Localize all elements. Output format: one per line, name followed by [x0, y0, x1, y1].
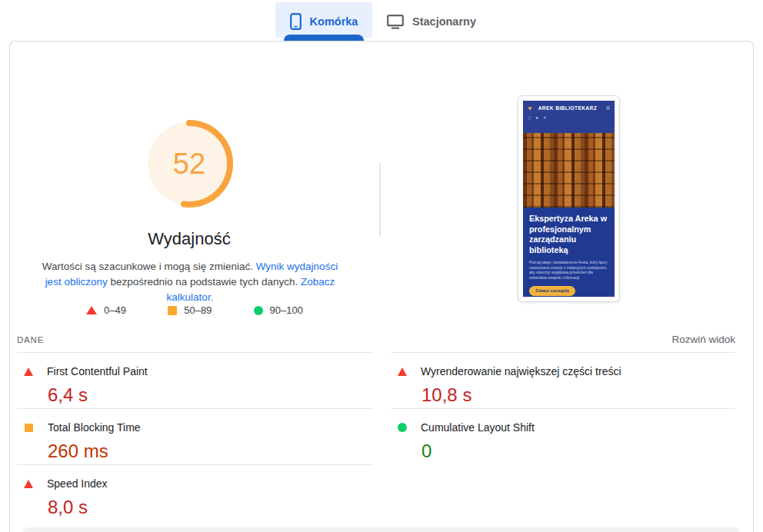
divider: [17, 408, 373, 409]
next-section-strip: [23, 527, 740, 532]
site-name: AREK BIBLIOTEKARZ: [538, 105, 597, 111]
screenshot-phone-viewport: ➤ AREK BIBLIOTEKARZ ≡ ◻ ● ✕ Ekspertyza A…: [523, 101, 615, 297]
pagespeed-report: { "tabs": { "mobile": { "label": "Komórk…: [0, 0, 763, 532]
final-screenshot-thumbnail: ➤ AREK BIBLIOTEKARZ ≡ ◻ ● ✕ Ekspertyza A…: [518, 95, 620, 302]
metric-value: 0: [421, 441, 535, 462]
mobile-phone-icon: [290, 13, 302, 30]
fail-triangle-icon: [86, 306, 97, 314]
metric-value: 260 ms: [48, 441, 141, 462]
vertical-divider: [379, 163, 381, 236]
tab-mobile-label: Komórka: [310, 15, 358, 28]
site-logo-bird-icon: ➤: [526, 104, 534, 111]
divider: [391, 408, 735, 409]
screenshot-site-header: ➤ AREK BIBLIOTEKARZ ≡ ◻ ● ✕: [523, 101, 615, 133]
metric-value: 8,0 s: [48, 497, 108, 518]
fail-triangle-icon: [24, 367, 33, 376]
metric-first-contentful-paint: First Contentful Paint 6,4 s: [24, 365, 148, 406]
fail-triangle-icon: [398, 367, 407, 376]
metric-name: Speed Index: [47, 477, 108, 490]
tab-mobile[interactable]: Komórka: [275, 2, 372, 41]
metric-name: Total Blocking Time: [48, 421, 141, 434]
pass-circle-icon: [398, 423, 407, 432]
screenshot-hero-section: Ekspertyza Areka w profesjonalnym zarząd…: [523, 208, 615, 297]
legend-fail-range: 0–49: [104, 304, 126, 316]
hero-heading: Ekspertyza Areka w profesjonalnym zarząd…: [529, 214, 608, 255]
divider: [391, 352, 735, 353]
expand-view-link[interactable]: Rozwiń widok: [671, 334, 735, 345]
metric-value: 10,8 s: [421, 384, 621, 406]
performance-gauge: 52: [144, 118, 235, 209]
performance-title: Wydajność: [74, 229, 305, 249]
hero-paragraph: Poznaj pasję i doświadczenie Areka, któr…: [529, 261, 608, 281]
metric-name: Wyrenderowanie największej części treści: [421, 365, 621, 377]
average-square-icon: [168, 306, 177, 315]
metric-value: 6,4 s: [48, 384, 148, 406]
legend-pass-range: 90–100: [270, 304, 303, 316]
tab-mobile-active-indicator: [284, 35, 364, 41]
hero-button: Zobacz szczegóły: [529, 286, 575, 295]
library-bookshelves-photo: [523, 133, 615, 208]
pass-circle-icon: [254, 306, 263, 315]
legend-average: 50–89: [168, 304, 212, 316]
x-icon: ✕: [543, 116, 547, 121]
divider: [17, 352, 373, 353]
average-square-icon: [25, 424, 33, 432]
metric-cumulative-layout-shift: Cumulative Layout Shift 0: [398, 421, 535, 462]
legend-pass: 90–100: [254, 304, 303, 316]
fail-triangle-icon: [24, 480, 33, 488]
metric-name: Cumulative Layout Shift: [421, 421, 535, 434]
instagram-icon: ◻: [528, 116, 531, 121]
score-disclaimer: Wartości są szacunkowe i mogą się zmieni…: [42, 259, 338, 305]
divider: [17, 464, 373, 465]
metrics-section-label: DANE: [17, 335, 44, 344]
metric-speed-index: Speed Index 8,0 s: [24, 477, 108, 518]
facebook-icon: ●: [536, 116, 538, 121]
device-tab-bar: Komórka Stacjonarny: [0, 0, 763, 41]
hamburger-menu-icon: ≡: [606, 105, 610, 111]
disclaimer-text-before: Wartości są szacunkowe i mogą się zmieni…: [42, 261, 256, 272]
score-legend: 0–49 50–89 90–100: [86, 304, 303, 316]
metric-largest-contentful-paint: Wyrenderowanie największej części treści…: [398, 365, 621, 406]
desktop-monitor-icon: [387, 15, 404, 29]
legend-fail: 0–49: [86, 304, 126, 316]
tab-desktop-label: Stacjonarny: [412, 15, 476, 28]
legend-average-range: 50–89: [184, 304, 212, 316]
metric-name: First Contentful Paint: [47, 365, 148, 377]
disclaimer-text-mid: bezpośrednio na podstawie tych danych.: [108, 276, 301, 288]
performance-score: 52: [144, 118, 235, 209]
metric-total-blocking-time: Total Blocking Time 260 ms: [24, 421, 141, 462]
tab-desktop[interactable]: Stacjonarny: [374, 2, 489, 41]
social-icons-row: ◻ ● ✕: [528, 116, 610, 121]
